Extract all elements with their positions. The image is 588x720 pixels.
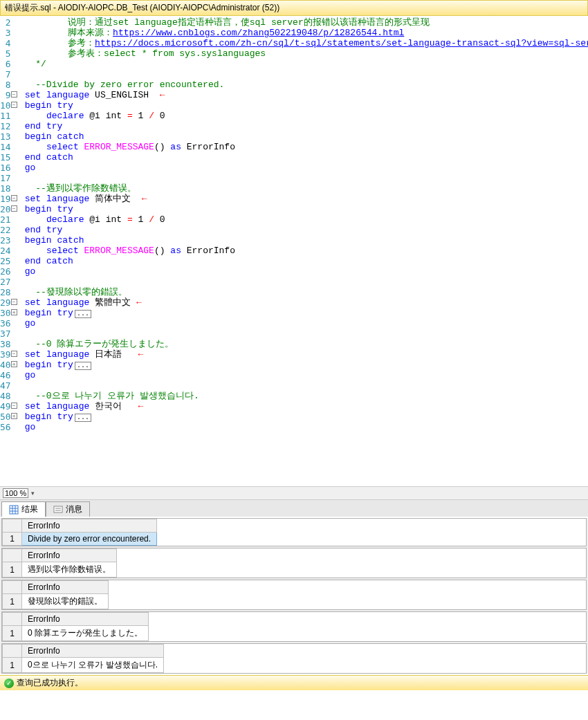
- tab-results[interactable]: 结果: [1, 501, 46, 517]
- code-line[interactable]: declare @i int = 1 / 0: [25, 111, 588, 121]
- fold-toggle[interactable]: −: [11, 195, 17, 201]
- grid-icon: [9, 505, 19, 515]
- code-line[interactable]: end catch: [25, 256, 588, 266]
- column-header[interactable]: ErrorInfo: [22, 549, 117, 562]
- line-number: 10−: [0, 100, 11, 111]
- success-icon: ✓: [4, 679, 14, 688]
- result-grid[interactable]: ErrorInfo1發現除以零的錯誤。: [1, 580, 587, 610]
- code-line[interactable]: 参考表：select * from sys.syslanguages: [25, 48, 588, 59]
- line-number: 28: [0, 287, 11, 297]
- fold-toggle[interactable]: +: [11, 413, 17, 419]
- code-line[interactable]: end try: [25, 225, 588, 235]
- line-number: 19−: [0, 194, 11, 204]
- zoom-select[interactable]: 100 %: [3, 488, 28, 498]
- code-line[interactable]: begin catch: [25, 235, 588, 246]
- fold-toggle[interactable]: −: [11, 403, 17, 409]
- code-line[interactable]: begin try: [25, 204, 588, 214]
- code-line[interactable]: 参考：https://docs.microsoft.com/zh-cn/sql/…: [25, 38, 588, 48]
- line-number: 21: [0, 214, 11, 225]
- code-body[interactable]: 说明：通过set language指定语种语言，使sql server的报错以该…: [15, 16, 588, 486]
- line-number: 3: [0, 28, 11, 38]
- row-header-blank: [3, 581, 22, 594]
- code-line[interactable]: go: [25, 370, 588, 380]
- code-line[interactable]: --發現除以零的錯誤。: [25, 287, 588, 297]
- code-line[interactable]: begin try: [25, 100, 588, 111]
- code-line[interactable]: [25, 380, 588, 391]
- code-line[interactable]: set language 日本語 ←: [25, 349, 588, 360]
- code-line[interactable]: go: [25, 318, 588, 329]
- line-number: 37: [0, 329, 11, 339]
- cell-value[interactable]: 0으로 나누기 오류가 발생했습니다.: [22, 658, 164, 673]
- code-line[interactable]: begin try...: [25, 360, 588, 370]
- code-line[interactable]: end catch: [25, 152, 588, 163]
- cell-value[interactable]: Divide by zero error encountered.: [22, 533, 157, 546]
- tab-messages[interactable]: 消息: [46, 501, 90, 517]
- fold-toggle[interactable]: +: [11, 361, 17, 367]
- result-grid[interactable]: ErrorInfo10 除算エラーが発生しました。: [1, 611, 587, 642]
- code-line[interactable]: declare @i int = 1 / 0: [25, 214, 588, 225]
- code-line[interactable]: begin catch: [25, 131, 588, 142]
- code-line[interactable]: --Divide by zero error encountered.: [25, 80, 588, 90]
- code-line[interactable]: [25, 173, 588, 183]
- result-grid[interactable]: ErrorInfo1Divide by zero error encounter…: [1, 518, 587, 546]
- fold-toggle[interactable]: −: [11, 91, 17, 98]
- code-line[interactable]: set language 繁體中文 ←: [25, 297, 588, 308]
- code-line[interactable]: set language 한국어 ←: [25, 401, 588, 412]
- code-line[interactable]: go: [25, 163, 588, 173]
- column-header[interactable]: ErrorInfo: [22, 581, 109, 594]
- line-number: 8: [0, 80, 11, 90]
- code-line[interactable]: */: [25, 59, 588, 69]
- result-grid[interactable]: ErrorInfo1遇到以零作除数错误。: [1, 548, 587, 578]
- cell-value[interactable]: 遇到以零作除数错误。: [22, 562, 117, 578]
- code-line[interactable]: --0으로 나누기 오류가 발생했습니다.: [25, 391, 588, 401]
- code-line[interactable]: [25, 277, 588, 287]
- fold-toggle[interactable]: −: [11, 299, 17, 305]
- svg-rect-0: [10, 506, 18, 514]
- column-header[interactable]: ErrorInfo: [22, 613, 149, 626]
- code-line[interactable]: select ERROR_MESSAGE() as ErrorInfo: [25, 142, 588, 152]
- fold-toggle[interactable]: −: [11, 102, 17, 108]
- row-number[interactable]: 1: [3, 594, 22, 609]
- status-bar: ✓ 查询已成功执行。: [0, 675, 588, 690]
- code-line[interactable]: set language 简体中文 ←: [25, 194, 588, 204]
- line-gutter: 23456789−10−111213141516171819−20−212223…: [0, 16, 15, 486]
- line-number: 48: [0, 391, 11, 401]
- code-line[interactable]: --遇到以零作除数错误。: [25, 183, 588, 194]
- line-number: 25: [0, 256, 11, 266]
- chevron-down-icon[interactable]: ▾: [31, 490, 35, 497]
- code-line[interactable]: select ERROR_MESSAGE() as ErrorInfo: [25, 246, 588, 256]
- row-number[interactable]: 1: [3, 658, 22, 673]
- code-line[interactable]: --0 除算エラーが発生しました。: [25, 339, 588, 349]
- code-line[interactable]: set language US_ENGLISH ←: [25, 90, 588, 100]
- line-number: 13: [0, 131, 11, 142]
- line-number: 36: [0, 318, 11, 329]
- fold-toggle[interactable]: −: [11, 205, 17, 212]
- code-line[interactable]: begin try...: [25, 308, 588, 318]
- code-line[interactable]: 说明：通过set language指定语种语言，使sql server的报错以该…: [25, 17, 588, 28]
- line-number: 20−: [0, 204, 11, 214]
- cell-value[interactable]: 0 除算エラーが発生しました。: [22, 626, 149, 641]
- code-line[interactable]: [25, 329, 588, 339]
- line-number: 50+: [0, 412, 11, 422]
- code-line[interactable]: go: [25, 422, 588, 432]
- fold-toggle[interactable]: +: [11, 309, 17, 315]
- cell-value[interactable]: 發現除以零的錯誤。: [22, 594, 109, 609]
- code-editor[interactable]: 23456789−10−111213141516171819−20−212223…: [0, 16, 588, 486]
- row-number[interactable]: 1: [3, 626, 22, 641]
- code-line[interactable]: [25, 69, 588, 80]
- code-line[interactable]: go: [25, 266, 588, 277]
- fold-toggle[interactable]: −: [11, 351, 17, 357]
- code-line[interactable]: 脚本来源：https://www.cnblogs.com/zhang502219…: [25, 28, 588, 38]
- row-number[interactable]: 1: [3, 562, 22, 578]
- row-header-blank: [3, 645, 22, 658]
- line-number: 17: [0, 173, 11, 183]
- line-number: 26: [0, 266, 11, 277]
- line-number: 4: [0, 38, 11, 48]
- code-line[interactable]: end try: [25, 121, 588, 131]
- code-line[interactable]: begin try...: [25, 412, 588, 422]
- result-grid[interactable]: ErrorInfo10으로 나누기 오류가 발생했습니다.: [1, 643, 587, 674]
- column-header[interactable]: ErrorInfo: [22, 645, 164, 658]
- row-number[interactable]: 1: [3, 533, 22, 546]
- column-header[interactable]: ErrorInfo: [22, 519, 157, 533]
- tab-label: 结果: [21, 504, 38, 515]
